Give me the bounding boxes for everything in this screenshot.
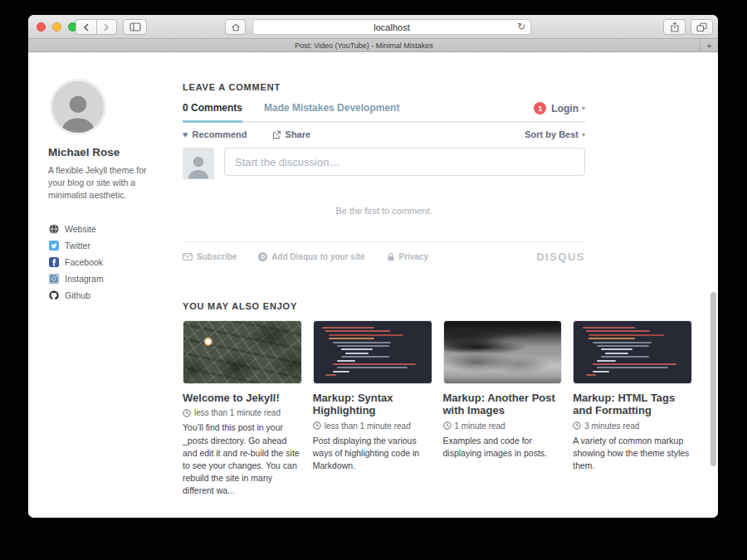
card-read-time: less than 1 minute read: [313, 421, 432, 431]
teaser-image-code-editor: [313, 320, 432, 384]
author-links: Website Twitter Facebook: [48, 221, 174, 304]
sidebar-item-facebook[interactable]: Facebook: [48, 254, 174, 270]
minimize-window-button[interactable]: [52, 22, 61, 32]
sort-by-dropdown[interactable]: Sort by Best ▾: [520, 129, 585, 139]
read-time-text: 3 minutes read: [584, 421, 639, 431]
comment-input[interactable]: [224, 148, 585, 176]
card-excerpt: A variety of common markup showing how t…: [573, 435, 692, 473]
card-title[interactable]: Markup: Another Post with Images: [443, 392, 563, 417]
card-title[interactable]: Markup: HTML Tags and Formatting: [573, 392, 692, 417]
screenshot-stage: localhost ↻ Post: Video (YouTube) - Mini…: [0, 0, 747, 560]
subscribe-label: Subscribe: [197, 252, 237, 261]
disqus-footer: Subscribe D Add Disqus to your site Priv…: [183, 251, 585, 263]
heart-icon: ♥: [183, 129, 188, 139]
privacy-link[interactable]: Privacy: [387, 252, 429, 261]
author-name: Michael Rose: [48, 146, 174, 158]
person-silhouette-icon: [55, 90, 101, 133]
card-title[interactable]: Welcome to Jekyll!: [183, 392, 302, 404]
sidebar-item-github[interactable]: Github: [48, 287, 174, 304]
url-text: localhost: [374, 22, 409, 32]
tab-comment-count[interactable]: 0 Comments: [183, 102, 242, 123]
tabs-overview-icon: [696, 22, 707, 32]
twitter-icon: [48, 240, 59, 251]
author-avatar: [50, 79, 106, 135]
related-card[interactable]: Markup: Another Post with Images 1 minut…: [443, 320, 563, 498]
new-tab-button[interactable]: +: [700, 39, 718, 51]
guest-avatar: [183, 148, 214, 179]
lock-icon: [387, 252, 395, 261]
sort-label: Sort by Best: [525, 129, 579, 139]
comment-compose-row: [183, 148, 585, 179]
home-button[interactable]: [225, 19, 246, 35]
tab-community-link[interactable]: Made Mistakes Development: [264, 102, 399, 114]
reload-icon[interactable]: ↻: [517, 21, 525, 32]
back-button[interactable]: [76, 19, 96, 35]
related-card[interactable]: Markup: Syntax Highlighting less than 1 …: [313, 320, 432, 498]
read-time-text: less than 1 minute read: [194, 408, 281, 417]
clock-icon: [183, 409, 191, 417]
chevron-down-icon: ▾: [582, 105, 585, 112]
clock-icon: [573, 421, 581, 430]
address-bar[interactable]: localhost ↻: [252, 19, 531, 35]
login-control[interactable]: 1 Login ▾: [534, 102, 585, 114]
teaser-image-foggy-tree: [443, 320, 563, 384]
active-tab[interactable]: Post: Video (YouTube) - Minimal Mistakes: [28, 41, 700, 50]
recommend-button[interactable]: ♥ Recommend: [183, 129, 247, 139]
forward-button[interactable]: [96, 19, 118, 35]
vertical-scrollbar-thumb[interactable]: [710, 292, 716, 466]
sidebar-item-label: Website: [65, 224, 96, 234]
instagram-icon: [48, 273, 59, 284]
comments-heading: LEAVE A COMMENT: [183, 82, 281, 92]
card-read-time: 1 minute read: [443, 421, 563, 431]
chevron-left-icon: [83, 23, 90, 32]
home-icon: [231, 22, 241, 32]
sidebar-toggle-button[interactable]: [123, 19, 147, 35]
chevron-right-icon: [103, 23, 110, 32]
sidebar-item-website[interactable]: Website: [48, 221, 174, 237]
related-heading: YOU MAY ALSO ENJOY: [183, 301, 692, 311]
author-sidebar: Michael Rose A flexible Jekyll theme for…: [48, 79, 174, 304]
card-excerpt: You’ll find this post in your _posts dir…: [183, 421, 302, 497]
show-tabs-button[interactable]: [691, 19, 713, 35]
sidebar-item-label: Twitter: [65, 241, 90, 251]
share-label: Share: [286, 129, 311, 139]
share-icon: [670, 22, 680, 32]
notification-badge: 1: [534, 102, 546, 114]
related-posts-section: YOU MAY ALSO ENJOY Welcome to Jekyll! le…: [183, 301, 692, 498]
recommend-label: Recommend: [193, 129, 247, 139]
facebook-icon: [48, 256, 59, 267]
empty-thread-message: Be the first to comment.: [183, 206, 585, 216]
clock-icon: [313, 421, 321, 430]
teaser-image-code-editor: [573, 320, 692, 384]
share-thread-button[interactable]: Share: [272, 129, 311, 139]
related-card[interactable]: Welcome to Jekyll! less than 1 minute re…: [183, 320, 302, 498]
disqus-logo[interactable]: DISQUS: [536, 251, 585, 263]
card-excerpt: Examples and code for displaying images …: [443, 435, 563, 460]
card-read-time: less than 1 minute read: [183, 408, 302, 417]
sidebar-item-twitter[interactable]: Twitter: [48, 237, 174, 254]
author-bio: A flexible Jekyll theme for your blog or…: [48, 164, 161, 202]
sidebar-item-label: Instagram: [65, 274, 104, 284]
github-icon: [48, 290, 59, 300]
read-time-text: less than 1 minute read: [325, 421, 411, 431]
tab-bar: Post: Video (YouTube) - Minimal Mistakes…: [28, 39, 718, 52]
add-disqus-label: Add Disqus to your site: [271, 252, 364, 261]
share-button[interactable]: [663, 19, 686, 35]
related-card[interactable]: Markup: HTML Tags and Formatting 3 minut…: [573, 320, 692, 498]
close-window-button[interactable]: [37, 22, 46, 32]
privacy-label: Privacy: [399, 252, 429, 261]
disqus-d-icon: D: [258, 252, 267, 261]
clock-icon: [443, 421, 452, 430]
share-box-icon: [272, 130, 281, 139]
person-silhouette-icon: [184, 153, 212, 179]
sidebar-icon: [129, 22, 141, 32]
globe-icon: [48, 223, 59, 234]
sidebar-item-instagram[interactable]: Instagram: [48, 270, 174, 287]
page-content: Michael Rose A flexible Jekyll theme for…: [28, 52, 718, 518]
login-label: Login: [551, 103, 579, 114]
subscribe-link[interactable]: Subscribe: [183, 252, 237, 261]
card-excerpt: Post displaying the various ways of high…: [313, 435, 432, 473]
card-title[interactable]: Markup: Syntax Highlighting: [313, 392, 432, 417]
add-disqus-link[interactable]: D Add Disqus to your site: [258, 252, 364, 261]
divider: [183, 241, 585, 242]
